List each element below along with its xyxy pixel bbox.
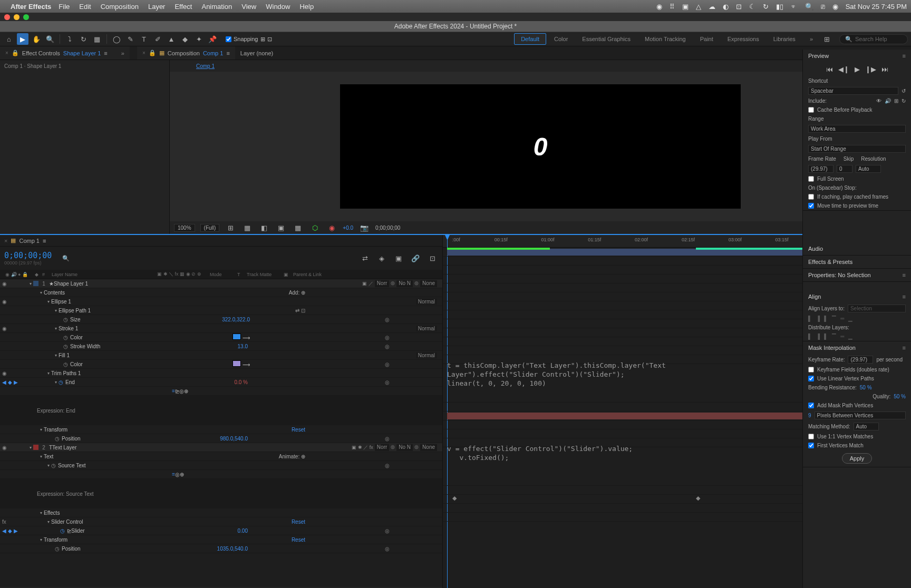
- keyframe-icon[interactable]: ◆: [696, 495, 700, 502]
- stopwatch-icon[interactable]: ◷: [63, 317, 68, 322]
- zoom-tool[interactable]: 🔍: [44, 33, 56, 45]
- stroke-width-value[interactable]: 13.0: [238, 344, 248, 349]
- pen-tool[interactable]: ✎: [124, 33, 136, 45]
- align-right-icon[interactable]: ▌: [824, 316, 828, 321]
- vertices-mode-select[interactable]: Pixels Between Vertices: [815, 411, 906, 419]
- menu-layer[interactable]: Layer: [148, 3, 166, 11]
- layer-none-tab[interactable]: Layer (none): [235, 46, 278, 60]
- skip-select[interactable]: 0: [837, 165, 852, 173]
- matching-select[interactable]: Auto: [854, 423, 879, 430]
- battery-icon[interactable]: ▮▯: [776, 3, 783, 11]
- graph-icon[interactable]: ⊵: [67, 528, 71, 534]
- expr-toolbar-row[interactable]: = ◎ ⊕: [0, 470, 442, 479]
- video-icon[interactable]: 👁: [876, 98, 881, 104]
- panel-menu-icon[interactable]: ≡: [903, 345, 906, 351]
- shape-tool[interactable]: ◯: [111, 33, 122, 45]
- resolution-select[interactable]: (Full): [200, 224, 220, 232]
- selection-tool[interactable]: ▶: [17, 33, 28, 45]
- expr-toolbar-row[interactable]: = ⊵ ◎ ⊕: [0, 387, 442, 396]
- prop-row[interactable]: ◷Size322.0,322.0◎: [0, 315, 442, 324]
- control-center-icon[interactable]: ⎚: [821, 3, 825, 11]
- layer-switches[interactable]: ▣ ／ Norr ◎ No N ◎ None: [362, 280, 437, 287]
- keyframe-nav-icon[interactable]: ◀ ◆ ▶: [2, 528, 18, 534]
- minimize-window-button[interactable]: [14, 14, 20, 20]
- status-icon[interactable]: ⊡: [736, 3, 742, 11]
- visibility-icon[interactable]: ◉: [2, 445, 7, 450]
- snapshot-icon[interactable]: 📷: [358, 222, 370, 233]
- wifi-icon[interactable]: ᯤ: [791, 3, 798, 11]
- color-swatch[interactable]: [232, 360, 241, 367]
- end-value[interactable]: 0.0 %: [234, 379, 248, 385]
- caching-checkbox[interactable]: [808, 194, 814, 200]
- kf-rate-select[interactable]: (29.97): [848, 356, 873, 364]
- menu-animation[interactable]: Animation: [201, 3, 232, 11]
- layer-name[interactable]: Shape Layer 1: [54, 281, 88, 287]
- menu-composition[interactable]: Composition: [101, 3, 139, 11]
- prop-row[interactable]: ◀ ◆ ▶▾◷End0.0 %◎: [0, 378, 442, 387]
- text-tool[interactable]: T: [138, 33, 150, 45]
- prop-row[interactable]: ◷Stroke Width13.0◎: [0, 342, 442, 351]
- expr-language-icon[interactable]: ⊕: [184, 388, 188, 394]
- align-hcenter-icon[interactable]: ▐: [816, 316, 820, 321]
- app-name[interactable]: After Effects: [11, 3, 51, 11]
- expr-pickwhip-icon[interactable]: ◎: [179, 388, 184, 394]
- play-icon[interactable]: ▶: [855, 65, 860, 73]
- search-help[interactable]: 🔍 Search Help: [839, 34, 908, 44]
- visibility-icon[interactable]: ◉: [2, 370, 7, 376]
- parent-select[interactable]: None: [420, 280, 437, 287]
- prop-row[interactable]: ▾Effects: [0, 508, 442, 517]
- status-icon[interactable]: ⠿: [670, 3, 675, 11]
- menu-effect[interactable]: Effect: [175, 3, 192, 11]
- vertices-count[interactable]: 9: [808, 413, 811, 418]
- layer-row[interactable]: ◉ ▾ 1 ★ Shape Layer 1 ▣ ／ Norr ◎ No N ◎ …: [0, 279, 442, 288]
- label-swatch[interactable]: [33, 281, 38, 286]
- guides-icon[interactable]: ▦: [241, 222, 253, 233]
- pickwhip-icon[interactable]: ◎: [385, 344, 390, 349]
- prop-row[interactable]: ▾TextAnimate: ⊕: [0, 452, 442, 461]
- reset-link[interactable]: Reset: [292, 427, 305, 433]
- pickwhip-icon[interactable]: ◎: [385, 528, 390, 534]
- menu-edit[interactable]: Edit: [79, 3, 91, 11]
- panel-menu-icon[interactable]: ≡: [903, 272, 906, 278]
- distribute-icon[interactable]: ═: [840, 334, 844, 339]
- stopwatch-icon[interactable]: ◷: [60, 528, 65, 534]
- pickwhip-icon[interactable]: ◎: [385, 317, 390, 322]
- size-value[interactable]: 322.0,322.0: [222, 317, 250, 322]
- brush-tool[interactable]: ✐: [152, 33, 163, 45]
- color-swatch[interactable]: [232, 334, 241, 340]
- menu-window[interactable]: Window: [266, 3, 290, 11]
- bending-value[interactable]: 50 %: [860, 385, 872, 390]
- expr-pickwhip-icon[interactable]: ◎: [175, 472, 180, 477]
- prop-row[interactable]: ◷Color ⟶◎: [0, 360, 442, 369]
- lock-icon[interactable]: 🔒: [149, 50, 156, 56]
- twirl-icon[interactable]: ▾: [30, 281, 32, 286]
- tl-option-icon[interactable]: ◈: [376, 252, 387, 264]
- blend-select[interactable]: Normal: [416, 326, 437, 331]
- prop-row[interactable]: ▾TransformReset: [0, 535, 442, 544]
- menu-file[interactable]: File: [59, 3, 70, 11]
- mode-select[interactable]: Norr: [375, 280, 389, 287]
- blend-select[interactable]: Normal: [416, 299, 437, 305]
- prop-row[interactable]: ◷Position980.0,540.0◎: [0, 434, 442, 443]
- first-frame-icon[interactable]: ⏮: [826, 65, 833, 73]
- panel-menu-icon[interactable]: ≡: [903, 293, 906, 300]
- align-vcenter-icon[interactable]: ═: [840, 316, 844, 321]
- stopwatch-icon[interactable]: ◷: [63, 361, 68, 367]
- stopwatch-icon[interactable]: ◷: [55, 546, 60, 552]
- distribute-icon[interactable]: ▌: [808, 334, 812, 339]
- prop-row[interactable]: ▾Fill 1Normal: [0, 351, 442, 360]
- stopwatch-icon[interactable]: ◷: [63, 335, 68, 340]
- renderer-icon[interactable]: ◉: [326, 222, 337, 233]
- mode-select[interactable]: Norr: [375, 444, 389, 451]
- eraser-tool[interactable]: ◆: [179, 33, 191, 45]
- align-top-icon[interactable]: ▔: [832, 316, 836, 321]
- prop-row[interactable]: ◷Position1035.0,540.0◎: [0, 544, 442, 553]
- channel-icon[interactable]: ▣: [275, 222, 287, 233]
- quality-value[interactable]: 50 %: [894, 394, 906, 399]
- prev-frame-icon[interactable]: ◀❙: [838, 65, 849, 73]
- audio-icon[interactable]: 🔊: [885, 98, 891, 104]
- last-frame-icon[interactable]: ⏭: [881, 65, 888, 73]
- animate-menu-icon[interactable]: ⊕: [301, 454, 305, 459]
- workspace-libraries[interactable]: Libraries: [767, 34, 802, 44]
- position-value[interactable]: 1035.0,540.0: [217, 546, 248, 552]
